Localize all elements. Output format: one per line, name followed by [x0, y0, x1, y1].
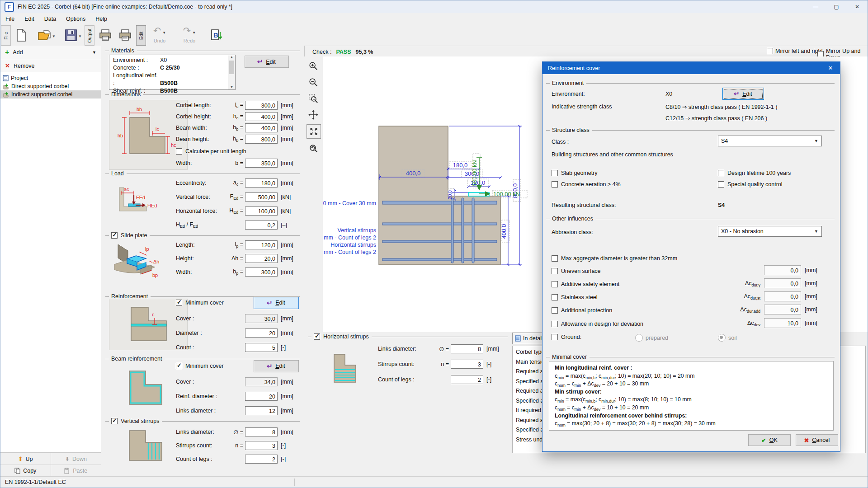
concrete-aeration-checkbox[interactable] — [552, 181, 558, 188]
paste-button[interactable]: Paste — [51, 465, 101, 476]
horizontal-stirrups-section: Horizontal stirrups Links diameter:∅ =8[… — [304, 333, 511, 391]
cancel-button[interactable]: ✖Cancel — [796, 434, 838, 446]
vertical-force-input[interactable]: 500,00 — [245, 192, 278, 202]
plate-height-input[interactable]: 20,0 — [245, 254, 278, 263]
save-button[interactable]: ▼ — [59, 26, 83, 44]
diameter-input[interactable]: 20 — [245, 328, 278, 338]
remove-button[interactable]: ✕ Remove — [0, 59, 101, 73]
new-file-button[interactable] — [12, 26, 30, 44]
vstir-count-input[interactable]: 3 — [245, 441, 278, 450]
tree-item-project[interactable]: Project — [0, 74, 101, 82]
menu-file[interactable]: File — [0, 13, 19, 25]
ground-checkbox[interactable] — [552, 334, 558, 340]
environment-edit-button[interactable]: ↵Edit — [722, 88, 764, 100]
beam-width-input[interactable]: 400,0 — [245, 123, 278, 132]
pan-button[interactable] — [307, 108, 320, 122]
max-aggregate-checkbox[interactable] — [552, 255, 558, 262]
undo-button[interactable]: ↶▼ Undo — [148, 26, 171, 45]
maximize-button[interactable]: ▢ — [826, 0, 847, 13]
mirror-left-right-checkbox[interactable] — [767, 48, 773, 54]
menu-options[interactable]: Options — [61, 13, 90, 25]
uneven-surface-checkbox[interactable] — [552, 268, 558, 274]
toolbar-tab-edit[interactable]: Edit — [136, 25, 146, 46]
reinforcement-edit-button[interactable]: ↵Edit — [254, 297, 299, 309]
materials-edit-button[interactable]: ↵Edit — [245, 56, 289, 68]
zoom-out-button[interactable] — [307, 75, 320, 89]
special-quality-checkbox[interactable] — [718, 181, 724, 188]
slab-geometry-checkbox[interactable] — [552, 170, 558, 176]
plate-width-input[interactable]: 300,0 — [245, 267, 278, 277]
add-button[interactable]: + Add ▼ — [0, 46, 101, 59]
dialog-close-button[interactable]: ✕ — [821, 62, 840, 74]
hed-fed-input[interactable]: 0,2 — [245, 221, 278, 230]
soil-radio[interactable] — [718, 334, 726, 342]
check-percentage: 95,3 % — [356, 49, 373, 55]
width-input[interactable]: 350,0 — [245, 159, 278, 168]
beam-min-cover-checkbox[interactable] — [176, 363, 182, 369]
beam-links-diameter-input[interactable]: 12 — [245, 406, 278, 415]
copy-button[interactable]: Copy — [0, 465, 51, 476]
corbel-height-input[interactable]: 400,0 — [245, 112, 278, 121]
scroll-up-icon[interactable]: ▲ — [228, 55, 235, 59]
max-aggregate-row: Max aggregate diameter is greater than 3… — [552, 255, 677, 262]
scrollbar-thumb[interactable] — [229, 61, 234, 74]
open-dropdown-caret[interactable]: ▼ — [52, 34, 56, 38]
abbrasion-class-select[interactable]: X0 - No abrasion▼ — [718, 226, 822, 237]
toolbar-tab-file[interactable]: File — [1, 25, 11, 46]
toolbar-tab-output[interactable]: Output — [85, 25, 94, 46]
stainless-steel-checkbox[interactable] — [552, 294, 558, 300]
additive-safety-checkbox[interactable] — [552, 281, 558, 287]
design-lifetime-checkbox[interactable] — [718, 170, 724, 176]
beam-edit-button[interactable]: ↵Edit — [254, 360, 299, 372]
vstir-links-diameter-input[interactable]: 8 — [245, 427, 278, 436]
save-dropdown-caret[interactable]: ▼ — [78, 34, 82, 38]
slide-plate-checkbox[interactable] — [111, 232, 118, 239]
count-input[interactable]: 5 — [245, 343, 278, 352]
fit-to-window-button[interactable] — [307, 124, 321, 139]
print-preview-button[interactable] — [116, 26, 134, 44]
menu-edit[interactable]: Edit — [19, 13, 39, 25]
tree-item-indirect-corbel[interactable]: Indirect supported corbel — [0, 90, 101, 99]
beam-height-input[interactable]: 800,0 — [245, 135, 278, 144]
hstir-count-input[interactable]: 3 — [451, 360, 483, 369]
eccentricity-input[interactable]: 180,0 — [245, 178, 278, 188]
dialog-titlebar[interactable]: Reinforcement cover — [542, 62, 840, 74]
zoom-in-button[interactable] — [307, 59, 320, 73]
zoom-window-button[interactable] — [307, 92, 320, 105]
document-icon — [3, 75, 9, 81]
additional-protection-checkbox[interactable] — [552, 307, 558, 314]
calc-per-unit-checkbox[interactable] — [176, 148, 182, 155]
vstir-legs-input[interactable]: 2 — [245, 455, 278, 464]
up-button[interactable]: ⬆Up — [0, 453, 51, 465]
down-button[interactable]: ⬇Down — [51, 453, 101, 465]
delta-c-dur-st-symbol: Δcdur,st — [705, 293, 760, 300]
scroll-down-icon[interactable]: ▼ — [228, 85, 235, 89]
tree-item-direct-corbel[interactable]: Direct supported corbel — [0, 82, 101, 90]
class-description: Building structures and other common str… — [552, 151, 673, 158]
horizontal-force-input[interactable]: 100,00 — [245, 206, 278, 216]
numbering-button[interactable]: B — [208, 26, 226, 44]
print-button[interactable] — [96, 26, 114, 44]
prepared-radio[interactable] — [635, 334, 643, 342]
close-button[interactable]: ✕ — [847, 0, 868, 13]
menu-data[interactable]: Data — [39, 13, 61, 25]
materials-scrollbar[interactable]: ▲ ▼ — [228, 55, 235, 89]
beam-reinf-diameter-input[interactable]: 20 — [245, 392, 278, 401]
allowance-deviation-checkbox[interactable] — [552, 321, 558, 327]
redo-button[interactable]: ↷▼ Redo — [178, 26, 201, 45]
corbel-length-input[interactable]: 300,0 — [245, 101, 278, 110]
menu-help[interactable]: Help — [90, 13, 112, 25]
hstir-links-diameter-input[interactable]: 8 — [451, 344, 483, 353]
ok-button[interactable]: ✔OK — [748, 434, 791, 446]
hstir-legs-input[interactable]: 2 — [451, 375, 483, 384]
structure-class-select[interactable]: S4▼ — [718, 136, 822, 146]
minimize-button[interactable]: — — [805, 0, 826, 13]
load-section-header: Load — [105, 170, 300, 177]
add-dropdown-caret[interactable]: ▼ — [92, 50, 96, 55]
horizontal-stirrups-checkbox[interactable] — [314, 333, 320, 340]
min-cover-checkbox[interactable] — [176, 300, 182, 306]
plate-length-input[interactable]: 120,0 — [245, 240, 278, 249]
zoom-previous-button[interactable] — [307, 141, 320, 155]
vertical-stirrups-checkbox[interactable] — [111, 418, 118, 424]
open-file-button[interactable]: ▼ — [33, 26, 57, 44]
